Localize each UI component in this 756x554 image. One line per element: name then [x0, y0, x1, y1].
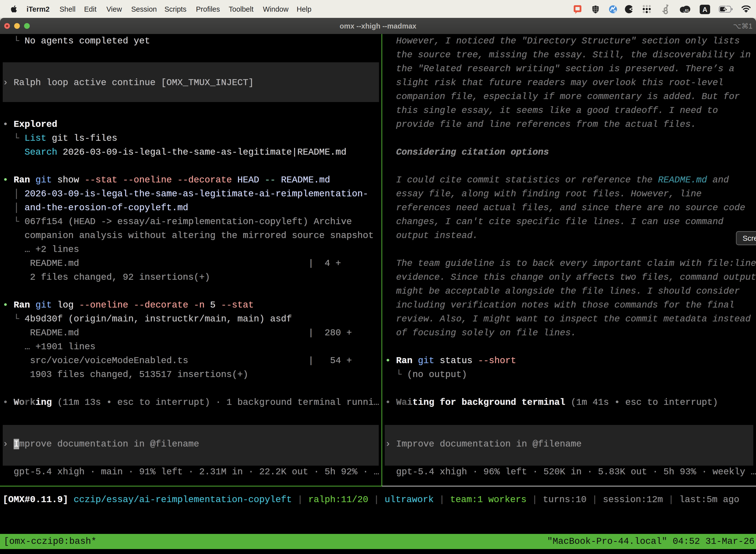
svg-text:A: A [702, 6, 707, 13]
svg-text:..61: ..61 [683, 8, 689, 12]
